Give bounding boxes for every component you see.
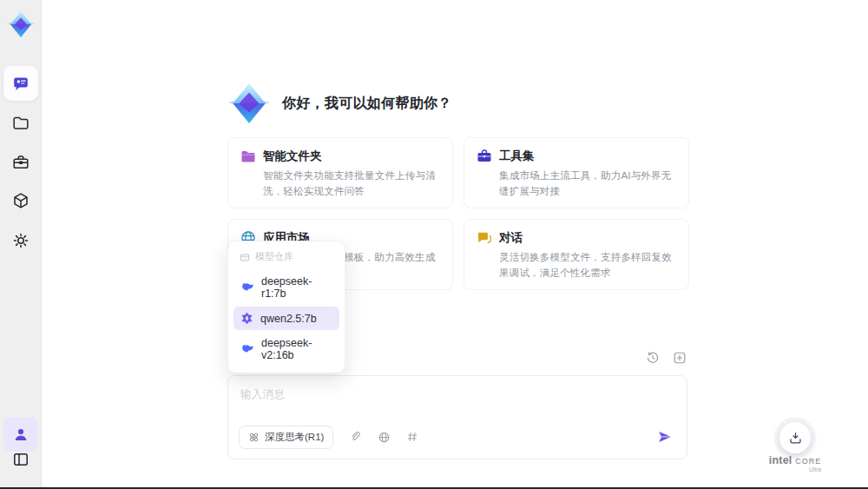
sidebar-item-collapse[interactable]: [3, 442, 38, 477]
user-icon: [12, 426, 30, 443]
card-smart-folder[interactable]: 智能文件夹 智能文件夹功能支持批量文件上传与清洗，轻松实现文件问答: [227, 137, 453, 208]
composer-toolbar: 深度思考(R1): [239, 426, 674, 448]
model-option-label: deepseek-v2:16b: [261, 337, 332, 361]
core-logo-text: core: [795, 454, 821, 466]
card-desc: 集成市场上主流工具，助力AI与外界无缝扩展与对接: [499, 169, 681, 200]
greeting-text: 你好，我可以如何帮助你？: [282, 95, 452, 113]
model-dropdown-header: 模型仓库: [233, 248, 339, 268]
paperclip-icon[interactable]: [347, 429, 363, 445]
sidebar: [0, 0, 42, 489]
card-toolset[interactable]: 工具集 集成市场上主流工具，助力AI与外界无缝扩展与对接: [464, 137, 689, 208]
hash-grid-icon[interactable]: [404, 429, 420, 445]
card-desc: 灵活切换多模型文件，支持多样回复效果调试，满足个性化需求: [499, 250, 681, 281]
ultra-logo-text: Ultra: [764, 467, 826, 473]
intel-logo-text: intel: [769, 454, 792, 466]
model-dropdown-header-label: 模型仓库: [255, 250, 293, 263]
chat-icon: [12, 75, 30, 92]
card-title: 对话: [499, 230, 523, 246]
logo-gem-icon: [6, 10, 36, 39]
card-title: 智能文件夹: [263, 149, 322, 164]
model-option-deepseek-r1[interactable]: deepseek-r1:7b: [233, 270, 339, 305]
qwen-icon: [240, 312, 253, 325]
greeting-logo-gem-icon: [227, 82, 271, 125]
main-area: 你好，我可以如何帮助你？ 智能文件夹 智能文件夹功能支持批量文件上传与清洗，轻松…: [43, 0, 868, 489]
sidebar-item-models[interactable]: [3, 183, 38, 218]
card-conversation[interactable]: 对话 灵活切换多模型文件，支持多样回复效果调试，满足个性化需求: [464, 219, 689, 290]
deepseek-whale-icon: [240, 342, 254, 356]
sidebar-item-toolbox[interactable]: [3, 145, 38, 180]
gear-icon: [12, 232, 30, 249]
globe-icon[interactable]: [376, 429, 391, 445]
deep-think-toggle[interactable]: 深度思考(R1): [239, 426, 333, 449]
briefcase-indigo-icon: [477, 149, 492, 164]
deep-think-label: 深度思考(R1): [265, 431, 324, 444]
model-option-qwen25[interactable]: qwen2.5:7b: [233, 307, 339, 330]
model-option-deepseek-v2[interactable]: deepseek-v2:16b: [233, 332, 339, 367]
new-chat-button[interactable]: [672, 350, 687, 366]
download-fab[interactable]: [779, 422, 811, 453]
folder-icon: [12, 114, 30, 131]
intel-core-badge: intel core Ultra: [764, 455, 826, 473]
atom-icon: [248, 432, 260, 443]
folder-purple-icon: [240, 149, 256, 164]
sidebar-item-chat[interactable]: [3, 66, 38, 101]
chat-gold-icon: [477, 230, 492, 246]
app-window: 你好，我可以如何帮助你？ 智能文件夹 智能文件夹功能支持批量文件上传与清洗，轻松…: [0, 0, 868, 489]
model-option-label: deepseek-r1:7b: [261, 275, 332, 300]
deepseek-whale-icon: [240, 281, 254, 294]
briefcase-icon: [12, 154, 30, 171]
app-logo: [3, 6, 39, 43]
card-title: 工具集: [499, 149, 535, 164]
greeting-block: 你好，我可以如何帮助你？: [227, 80, 452, 127]
collapse-panel-icon: [12, 451, 30, 468]
card-desc: 智能文件夹功能支持批量文件上传与清洗，轻松实现文件问答: [263, 169, 445, 200]
composer-placeholder: 输入消息: [240, 387, 285, 402]
send-button[interactable]: [655, 427, 674, 446]
model-option-label: qwen2.5:7b: [260, 313, 317, 325]
repo-icon: [240, 252, 250, 262]
model-dropdown: 模型仓库 deepseek-r1:7b qwen2.5:7b: [227, 241, 345, 373]
message-composer[interactable]: 输入消息 深度思考(R1): [227, 375, 687, 459]
history-button[interactable]: [645, 350, 661, 366]
sidebar-item-settings[interactable]: [3, 223, 38, 258]
cube-icon: [12, 192, 30, 209]
download-icon: [788, 431, 803, 446]
sidebar-item-folders[interactable]: [3, 105, 38, 140]
